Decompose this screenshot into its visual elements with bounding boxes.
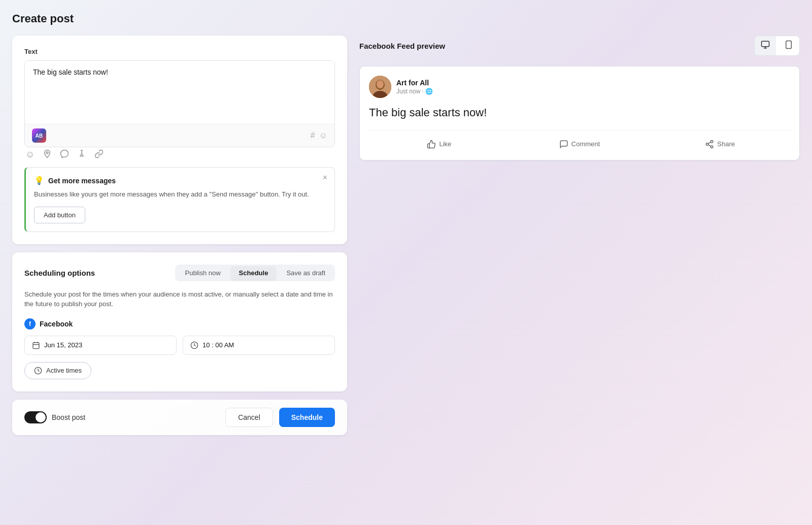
svg-rect-10 xyxy=(786,41,792,49)
svg-point-16 xyxy=(711,140,714,143)
text-formatting-icons: # ☺ xyxy=(311,131,327,140)
preview-device-buttons xyxy=(754,36,800,56)
comment-label: Comment xyxy=(571,140,600,148)
scheduling-description: Schedule your post for the times when yo… xyxy=(24,289,335,309)
comment-action[interactable]: Comment xyxy=(510,138,650,151)
save-as-draft-tab[interactable]: Save as draft xyxy=(278,266,333,280)
publish-now-tab[interactable]: Publish now xyxy=(177,266,228,280)
time-picker[interactable]: 10 : 00 AM xyxy=(183,336,335,355)
author-meta: Just now · 🌐 xyxy=(396,88,433,95)
add-button-cta[interactable]: Add button xyxy=(34,207,85,223)
svg-rect-7 xyxy=(762,41,769,47)
scheduling-title: Scheduling options xyxy=(24,269,95,277)
info-banner-title: Get more messages xyxy=(48,177,116,185)
svg-line-20 xyxy=(708,142,711,144)
author-meta-text: Just now · 🌐 xyxy=(396,88,433,95)
bottom-bar: Boost post Cancel Schedule xyxy=(12,400,347,435)
scheduling-tabs: Publish now Schedule Save as draft xyxy=(175,265,335,281)
lightbulb-icon: 💡 xyxy=(34,176,44,185)
preview-header: Facebook Feed preview xyxy=(359,36,800,56)
info-banner-header: 💡 Get more messages xyxy=(34,176,326,185)
author-avatar xyxy=(369,76,391,98)
toggle-knob xyxy=(36,412,46,422)
share-label: Share xyxy=(717,140,735,148)
messenger-icon[interactable] xyxy=(60,149,69,161)
boost-toggle-container: Boost post xyxy=(24,411,85,423)
date-time-row: Jun 15, 2023 10 : 00 AM xyxy=(24,336,335,355)
link-icon[interactable] xyxy=(94,149,104,161)
date-value: Jun 15, 2023 xyxy=(44,341,82,349)
svg-point-17 xyxy=(706,143,709,146)
info-banner-close-button[interactable]: × xyxy=(323,174,327,182)
scheduling-header: Scheduling options Publish now Schedule … xyxy=(24,265,335,281)
right-column: Facebook Feed preview xyxy=(359,36,800,160)
preview-card: Art for All Just now · 🌐 The big sale st… xyxy=(359,66,800,160)
location-icon[interactable] xyxy=(43,149,52,161)
platform-name: Facebook xyxy=(40,320,73,328)
date-picker[interactable]: Jun 15, 2023 xyxy=(24,336,177,355)
author-info: Art for All Just now · 🌐 xyxy=(396,79,433,95)
author-name: Art for All xyxy=(396,79,433,87)
desktop-preview-button[interactable] xyxy=(755,36,776,55)
svg-rect-1 xyxy=(33,342,39,348)
info-banner-description: Businesses like yours get more messages … xyxy=(34,189,326,200)
svg-point-15 xyxy=(377,80,384,88)
like-label: Like xyxy=(439,140,451,148)
emoji-picker-icon[interactable]: ☺ xyxy=(319,131,327,140)
text-area-footer: AB # ☺ xyxy=(25,124,334,147)
clock-icon xyxy=(190,341,198,349)
svg-point-0 xyxy=(47,152,49,154)
ai-enhance-icon[interactable]: AB xyxy=(32,128,46,143)
svg-line-19 xyxy=(708,145,711,146)
text-section-label: Text xyxy=(24,48,335,55)
facebook-icon: f xyxy=(24,318,36,330)
preview-author: Art for All Just now · 🌐 xyxy=(369,76,790,98)
boost-toggle-switch[interactable] xyxy=(24,411,47,423)
like-action[interactable]: Like xyxy=(369,138,510,151)
facebook-platform-label: f Facebook xyxy=(24,318,335,330)
share-action[interactable]: Share xyxy=(650,138,790,151)
avatar-image xyxy=(369,76,391,98)
active-times-button[interactable]: Active times xyxy=(24,362,91,379)
text-area-wrapper: The big sale starts now! AB # ☺ xyxy=(24,60,335,147)
info-banner: × 💡 Get more messages Businesses like yo… xyxy=(24,167,335,232)
left-column: Text The big sale starts now! AB # ☺ ☺ xyxy=(12,36,347,435)
emoji-toolbar-icon[interactable]: ☺ xyxy=(25,149,35,161)
like-icon xyxy=(427,140,436,149)
bottom-actions: Cancel Schedule xyxy=(225,408,335,427)
hashtag-icon[interactable]: # xyxy=(311,131,315,140)
time-value: 10 : 00 AM xyxy=(202,341,234,349)
active-times-clock-icon xyxy=(34,367,42,375)
boost-label: Boost post xyxy=(52,413,85,421)
schedule-button[interactable]: Schedule xyxy=(279,408,335,427)
page-title: Create post xyxy=(12,12,800,25)
calendar-icon xyxy=(32,341,40,349)
preview-actions: Like Comment Share xyxy=(369,130,790,151)
comment-icon xyxy=(559,140,568,149)
schedule-tab[interactable]: Schedule xyxy=(231,266,277,280)
mobile-preview-button[interactable] xyxy=(778,36,799,55)
toolbar-icons: ☺ xyxy=(24,147,335,161)
active-times-label: Active times xyxy=(46,367,82,374)
preview-title: Facebook Feed preview xyxy=(359,42,445,50)
text-card: Text The big sale starts now! AB # ☺ ☺ xyxy=(12,36,347,244)
post-text-input[interactable]: The big sale starts now! xyxy=(25,61,334,122)
svg-point-18 xyxy=(711,146,714,148)
scheduling-card: Scheduling options Publish now Schedule … xyxy=(12,252,347,391)
share-icon xyxy=(705,140,714,149)
lab-icon[interactable] xyxy=(77,149,86,161)
preview-post-text: The big sale starts now! xyxy=(369,105,790,121)
cancel-button[interactable]: Cancel xyxy=(225,408,273,427)
